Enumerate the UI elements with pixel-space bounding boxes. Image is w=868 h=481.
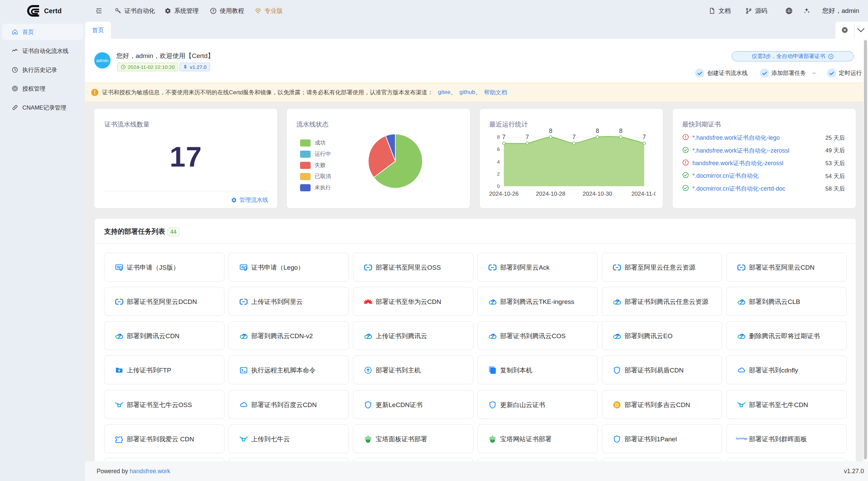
- svg-text:0: 0: [497, 183, 500, 189]
- svg-text:?: ?: [830, 55, 832, 58]
- svg-text:7: 7: [502, 134, 506, 140]
- svg-text:6: 6: [497, 146, 500, 152]
- svg-text:2024-10-30: 2024-10-30: [583, 191, 612, 197]
- svg-text:7: 7: [643, 134, 646, 140]
- svg-text:2024-10-26: 2024-10-26: [489, 191, 519, 197]
- svg-text:8: 8: [619, 128, 623, 134]
- svg-text:D: D: [615, 402, 619, 408]
- svg-text:2024-10-28: 2024-10-28: [536, 191, 566, 197]
- svg-text:7: 7: [526, 134, 529, 140]
- svg-text:7: 7: [572, 134, 576, 140]
- svg-text:8: 8: [596, 128, 599, 134]
- svg-text:8: 8: [549, 128, 552, 134]
- svg-text:8: 8: [497, 134, 500, 140]
- svg-text:?: ?: [212, 9, 214, 13]
- svg-text:2: 2: [497, 171, 500, 177]
- svg-text:4: 4: [497, 159, 500, 165]
- svg-text:2024-11-02: 2024-11-02: [631, 191, 655, 197]
